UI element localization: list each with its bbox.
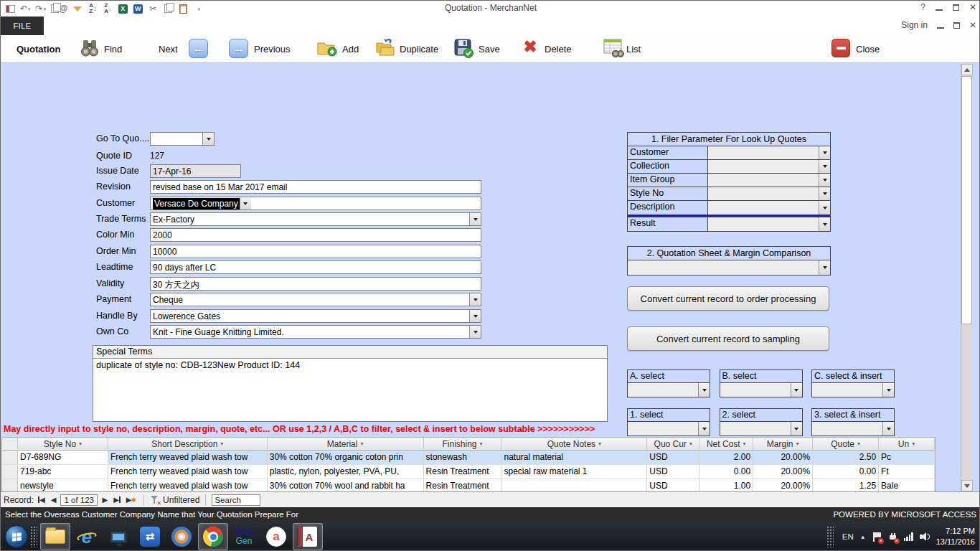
comparison-combobox[interactable]: [628, 260, 830, 275]
hidden-icons-chevron[interactable]: ▲: [860, 534, 866, 540]
list-icon[interactable]: [603, 39, 625, 58]
dropdown-button[interactable]: [791, 383, 802, 397]
db-restore-button[interactable]: [953, 22, 960, 29]
select-box-combobox[interactable]: [628, 422, 710, 435]
table-cell[interactable]: 2.00: [699, 451, 753, 465]
dropdown-button[interactable]: [819, 160, 830, 173]
duplicate-icon[interactable]: [374, 39, 395, 57]
table-cell[interactable]: French terry weaved plaid wash tow: [108, 451, 268, 465]
table-cell[interactable]: USD: [647, 465, 699, 479]
table-cell[interactable]: 30% cotton 70% organic coton prin: [268, 451, 424, 465]
filter-combobox[interactable]: [708, 160, 830, 173]
result-combobox[interactable]: [708, 217, 830, 231]
column-header-un[interactable]: Un▾: [879, 438, 935, 451]
taskbar-clock[interactable]: 7:12 PM 13/11/2016: [936, 526, 975, 547]
previous-button-arrow-right-icon[interactable]: →: [229, 39, 248, 58]
column-sort-icon[interactable]: ▾: [743, 441, 746, 447]
select-box-combobox[interactable]: [720, 422, 802, 435]
sign-in-link[interactable]: Sign in: [901, 20, 928, 30]
table-cell[interactable]: 20.00%: [753, 451, 813, 465]
dropdown-button[interactable]: [469, 310, 481, 322]
dropdown-button[interactable]: [202, 133, 214, 145]
add-icon[interactable]: [316, 39, 338, 57]
revision-field[interactable]: revised base on 15 Mar 2017 email: [150, 180, 481, 194]
column-header-short-description[interactable]: Short Description▾: [108, 438, 268, 451]
table-cell[interactable]: stonewash: [424, 451, 502, 465]
duplicate-button[interactable]: Duplicate: [400, 44, 438, 55]
dropdown-button[interactable]: [819, 187, 830, 200]
own-co-combobox[interactable]: Knit - Fine Guage Knitting Limited.: [150, 325, 481, 339]
column-sort-icon[interactable]: ▾: [598, 441, 601, 447]
find-icon[interactable]: [80, 39, 100, 57]
db-minimize-button[interactable]: [937, 27, 944, 29]
customer-combobox[interactable]: Versace De Company: [150, 197, 481, 210]
help-button[interactable]: ?: [920, 2, 925, 12]
scroll-down-icon[interactable]: [961, 480, 973, 491]
convert-to-order-button[interactable]: Convert current record to order processi…: [627, 286, 829, 311]
dropdown-button[interactable]: [469, 326, 481, 338]
taskbar-a-app-button[interactable]: a: [261, 523, 291, 550]
next-button-arrow-left-icon[interactable]: ←: [189, 39, 208, 58]
table-cell[interactable]: USD: [647, 451, 699, 465]
first-record-icon[interactable]: ◀: [37, 496, 47, 504]
table-cell[interactable]: 0.00: [699, 465, 753, 479]
dropdown-button[interactable]: [698, 383, 710, 397]
taskbar-explorer-button[interactable]: [40, 523, 70, 550]
color-min-field[interactable]: 2000: [150, 228, 481, 242]
row-selector[interactable]: [2, 451, 18, 465]
taskbar-access-button[interactable]: A: [293, 523, 323, 550]
scrollbar-thumb[interactable]: [961, 76, 972, 324]
table-cell[interactable]: Ft: [879, 465, 935, 479]
scroll-up-icon[interactable]: [961, 64, 973, 75]
close-form-button[interactable]: Close: [856, 44, 880, 55]
column-header-net-cost[interactable]: Net Cost▾: [699, 438, 753, 451]
new-record-icon[interactable]: ▶✱: [125, 496, 138, 504]
table-cell[interactable]: special raw material 1: [501, 465, 647, 479]
dropdown-button[interactable]: [819, 146, 830, 159]
dropdown-button[interactable]: [240, 197, 251, 209]
column-sort-icon[interactable]: ▾: [480, 441, 483, 447]
taskbar-chrome-button[interactable]: [198, 523, 228, 550]
column-header-finishing[interactable]: Finishing▾: [424, 438, 502, 451]
save-icon[interactable]: [454, 39, 474, 58]
dropdown-button[interactable]: [819, 201, 830, 215]
language-indicator[interactable]: EN: [842, 532, 854, 541]
find-button[interactable]: Find: [104, 44, 122, 55]
table-cell[interactable]: 2.50: [813, 451, 879, 465]
go-to-quo-combobox[interactable]: [150, 132, 215, 146]
taskbar-ie-button[interactable]: e: [72, 523, 102, 550]
taskbar-remote-desktop-button[interactable]: [103, 523, 133, 550]
hardware-icon[interactable]: ✕: [888, 532, 897, 542]
table-cell[interactable]: natural material: [501, 451, 647, 465]
dropdown-button[interactable]: [819, 174, 830, 187]
column-sort-icon[interactable]: ▾: [360, 441, 363, 447]
previous-record-icon[interactable]: ◀: [50, 496, 58, 504]
handle-by-combobox[interactable]: Lowerence Gates: [150, 309, 481, 323]
payment-combobox[interactable]: Cheque: [150, 293, 481, 306]
column-sort-icon[interactable]: ▾: [689, 441, 692, 447]
filter-combobox[interactable]: [708, 187, 830, 200]
leadtime-field[interactable]: 90 days after LC: [150, 260, 481, 274]
taskbar-padgen-button[interactable]: PADGen: [230, 523, 260, 550]
column-sort-icon[interactable]: ▾: [796, 441, 799, 447]
issue-date-field[interactable]: 17-Apr-16: [150, 164, 241, 178]
dropdown-button[interactable]: [819, 260, 830, 275]
select-box-combobox[interactable]: [812, 383, 894, 397]
column-header-quo-cur[interactable]: Quo Cur▾: [647, 438, 699, 451]
table-cell[interactable]: 719-abc: [18, 465, 108, 479]
convert-to-sampling-button[interactable]: Convert current record to sampling: [627, 326, 829, 351]
table-cell[interactable]: plastic, nylon, polyester, PVA, PU,: [268, 465, 424, 479]
list-button[interactable]: List: [626, 44, 641, 55]
record-search-input[interactable]: Search: [212, 494, 260, 506]
close-window-button[interactable]: ✕: [969, 2, 976, 12]
trade-terms-combobox[interactable]: Ex-Factory: [150, 212, 481, 226]
row-selector[interactable]: [2, 465, 18, 479]
restore-button[interactable]: [953, 4, 959, 11]
column-header-style-no[interactable]: Style No▾: [18, 438, 108, 451]
dropdown-button[interactable]: [698, 422, 710, 435]
table-cell[interactable]: D7-689NG: [18, 451, 108, 465]
filter-status-icon[interactable]: ✕: [150, 495, 160, 505]
close-form-icon[interactable]: [831, 39, 850, 57]
start-button[interactable]: [5, 525, 28, 548]
filter-combobox[interactable]: [708, 146, 830, 159]
